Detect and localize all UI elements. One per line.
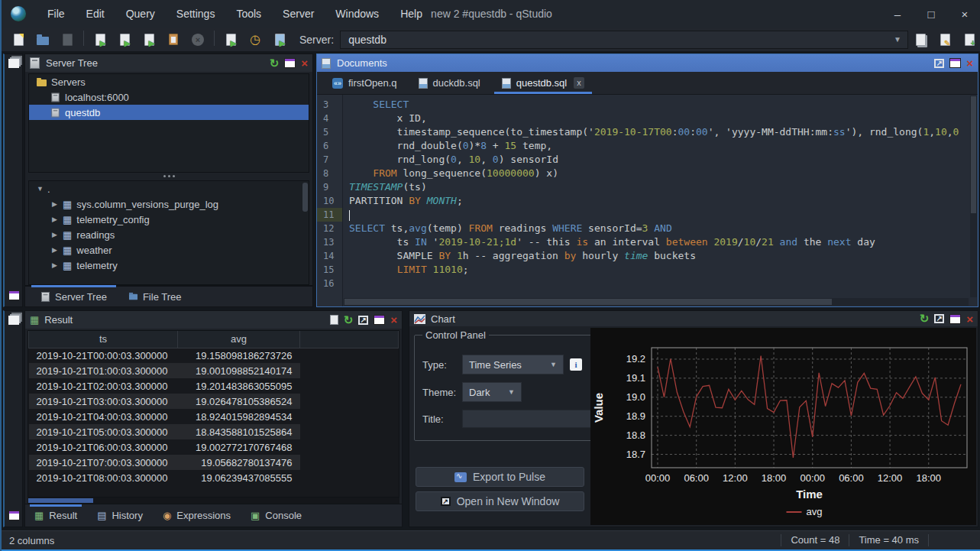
close-panel-icon[interactable]: × [966,314,973,324]
stacked-windows-icon[interactable] [8,59,19,68]
table-row[interactable]: 2019-10-21T00:00:03.30000019.15809818627… [29,348,399,363]
run-script-icon[interactable]: ▶ [270,31,289,49]
popout-panel-icon[interactable]: ↗ [934,314,944,323]
column-header-ts[interactable]: ts [29,331,178,348]
server-combo-arrow-icon[interactable]: ▼ [894,35,907,44]
open-in-new-window-button[interactable]: ↗ Open in New Window [416,491,584,511]
tree-scrollbar[interactable] [302,183,308,212]
tab-file-tree[interactable]: File Tree [119,287,191,306]
server-tree-header: Server Tree ↻ × [25,54,312,72]
tab-label: File Tree [143,291,182,303]
export-to-pulse-button[interactable]: Export to Pulse [416,467,584,487]
table-row[interactable]: 2019-10-21T01:00:03.30000019.00109885214… [29,363,399,378]
doc-tab-duckdb.sql[interactable]: duckdb.sql [408,72,491,94]
code-line: rnd_double(0)*8 + 15 temp, [349,139,978,153]
tree-namespace[interactable]: ▼. [29,181,309,196]
menu-query[interactable]: Query [115,0,166,28]
tree-table-telemetry[interactable]: ▶▦telemetry [29,258,309,273]
tab-result[interactable]: ▦Result [34,504,77,527]
editor-vertical-scrollbar[interactable] [970,96,977,297]
doc-tab-questdb.sql[interactable]: questdb.sqlx [491,72,595,94]
timer-query-icon[interactable]: ◷ [245,31,265,49]
refresh-icon[interactable]: ↻ [344,315,354,326]
theme-label: Theme: [422,387,462,398]
add-server-icon[interactable]: + [959,31,979,49]
cancel-query-icon[interactable]: × [188,31,208,49]
menu-help[interactable]: Help [390,0,433,28]
stacked-windows-icon[interactable] [8,316,19,325]
menu-edit[interactable]: Edit [76,0,115,28]
window-icon[interactable] [8,290,20,300]
copy-server-icon[interactable] [910,31,930,49]
tab-history[interactable]: ▤History [97,504,143,527]
table-row[interactable]: 2019-10-21T03:00:03.30000019.02647810538… [29,394,399,409]
tree-table-telemetry_config[interactable]: ▶▦telemetry_config [29,212,309,227]
tab-server-tree[interactable]: Server Tree [31,287,116,306]
table-row[interactable]: 2019-10-21T07:00:03.30000019.05682780137… [29,455,399,470]
execute-line-icon[interactable]: ▶ [115,31,134,49]
close-panel-icon[interactable]: × [966,58,973,68]
tree-table-label: sys.column_versions_purge_log [76,199,218,210]
menu-bar: FileEditQuerySettingsToolsServerWindowsH… [37,0,433,28]
server-combo[interactable]: questdb ▼ [340,31,908,49]
doc-tab-firstOpen.q[interactable]: «»firstOpen.q [322,72,408,94]
tree-table-readings[interactable]: ▶▦readings [29,227,309,242]
tree-table-weather[interactable]: ▶▦weather [29,242,309,258]
column-header-avg[interactable]: avg [178,331,300,348]
tab-console[interactable]: ▣Console [251,504,302,527]
table-row[interactable]: 2019-10-21T04:00:03.30000018.92401598289… [29,409,399,424]
table-row[interactable]: 2019-10-21T06:00:03.30000019.00277217076… [29,439,399,455]
tree-root-servers[interactable]: Servers [29,74,309,89]
result-horizontal-scrollbar[interactable] [27,498,399,504]
popout-panel-icon[interactable]: ↗ [358,316,368,325]
menu-settings[interactable]: Settings [166,0,226,28]
open-file-icon[interactable] [33,31,53,49]
splitter-handle[interactable] [25,173,312,179]
send-query-icon[interactable]: ▶ [221,31,241,49]
close-tab-icon[interactable]: x [574,77,584,89]
popout-panel-icon[interactable]: ↗ [934,59,944,68]
code-editor[interactable]: 345678910111213141516 SELECT x ID, times… [317,95,978,306]
save-icon[interactable] [57,31,77,49]
menu-server[interactable]: Server [272,0,325,28]
execute-query-icon[interactable]: ▶ [90,31,110,49]
svg-text:19.2: 19.2 [626,353,645,365]
time-series-chart[interactable]: 18.718.818.919.019.119.200:0006:0012:001… [590,328,976,525]
chart-theme-value: Dark [469,387,490,398]
refresh-icon[interactable]: ↻ [270,58,280,69]
documents-title: Documents [337,57,387,69]
tree-table-sys.column_versions_purge_log[interactable]: ▶▦sys.column_versions_purge_log [29,196,309,212]
chart-icon [414,314,425,324]
tab-expressions[interactable]: ◉Expressions [163,504,231,527]
export-result-icon[interactable] [330,315,338,325]
chart-title-input[interactable] [462,410,599,428]
table-row[interactable]: 2019-10-21T08:00:03.30000019.06239437085… [29,470,399,485]
maximize-panel-icon[interactable] [949,58,961,68]
table-row[interactable]: 2019-10-21T02:00:03.30000019.20148386305… [29,378,399,394]
result-grid[interactable]: tsavg 2019-10-21T00:00:03.30000019.15809… [27,330,399,498]
new-document-icon[interactable] [8,31,28,49]
menu-windows[interactable]: Windows [325,0,390,28]
close-button[interactable]: × [948,0,980,28]
tree-server-questdb[interactable]: questdb [29,105,309,120]
maximize-panel-icon[interactable] [374,315,385,325]
tree-server-localhost:6000[interactable]: localhost:6000 [29,89,309,105]
minimize-button[interactable]: – [881,0,914,28]
close-panel-icon[interactable]: × [301,58,308,68]
close-panel-icon[interactable]: × [390,315,397,325]
chart-type-select[interactable]: Time Series ▼ [462,355,564,374]
maximize-button[interactable]: □ [914,0,948,28]
editor-horizontal-scrollbar[interactable] [344,298,969,306]
menu-tools[interactable]: Tools [225,0,272,28]
paste-icon[interactable] [163,31,183,49]
info-icon[interactable]: i [570,358,582,371]
menu-file[interactable]: File [37,0,76,28]
maximize-panel-icon[interactable] [949,314,961,324]
chart-theme-select[interactable]: Dark ▼ [462,382,522,402]
maximize-panel-icon[interactable] [284,58,296,68]
execute-selection-icon[interactable]: ▶ [139,31,159,49]
edit-server-icon[interactable]: ✎ [935,31,955,49]
refresh-icon[interactable]: ↻ [920,313,930,324]
table-row[interactable]: 2019-10-21T05:00:03.30000018.84358810152… [29,424,399,439]
window-icon[interactable] [8,510,20,520]
